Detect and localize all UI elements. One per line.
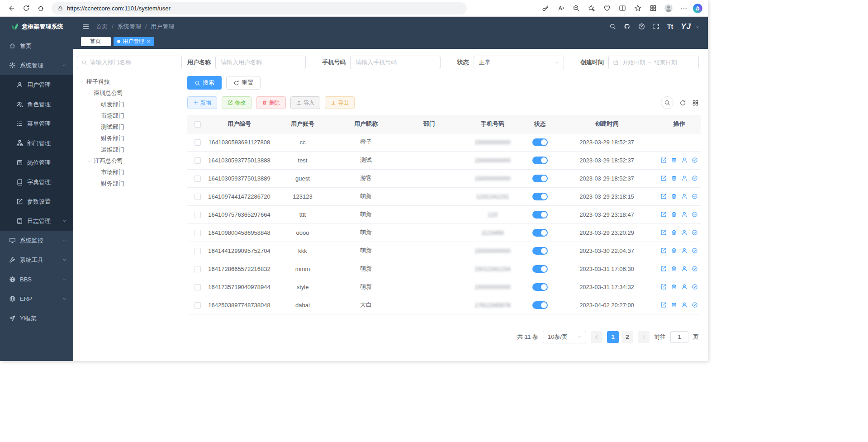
reset-password-icon[interactable]: [681, 157, 688, 163]
tree-caret-icon[interactable]: [87, 91, 91, 95]
assign-role-icon[interactable]: [692, 284, 698, 290]
delete-row-icon[interactable]: [671, 302, 677, 308]
font-size-icon[interactable]: Tt: [667, 23, 673, 30]
split-screen-icon[interactable]: [616, 2, 629, 14]
reset-password-icon[interactable]: [681, 284, 688, 290]
favorites-icon[interactable]: [631, 2, 644, 14]
sidebar-item[interactable]: BBS: [0, 270, 73, 289]
date-range-picker[interactable]: 开始日期 - 结束日期: [608, 56, 699, 69]
sidebar-item[interactable]: 字典管理: [0, 172, 73, 192]
prev-page-button[interactable]: [591, 331, 602, 343]
assign-role-icon[interactable]: [692, 247, 698, 254]
tree-node[interactable]: 研发部门: [77, 99, 182, 110]
row-checkbox[interactable]: [194, 284, 201, 290]
status-toggle[interactable]: [532, 301, 548, 309]
tree-node[interactable]: 测试部门: [77, 121, 182, 133]
tree-node[interactable]: 运维部门: [77, 144, 182, 155]
tree-node[interactable]: 江西总公司: [77, 155, 182, 166]
row-checkbox[interactable]: [194, 176, 201, 182]
navbar-search-icon[interactable]: [609, 23, 616, 30]
fullscreen-icon[interactable]: [653, 23, 659, 30]
sidebar-item[interactable]: 用户管理: [0, 75, 73, 95]
import-button[interactable]: 导入: [290, 96, 320, 109]
edit-row-icon[interactable]: [660, 302, 667, 308]
home-button-icon[interactable]: [34, 2, 47, 14]
dept-search-input[interactable]: 请输入部门名称: [77, 56, 182, 69]
copilot-icon[interactable]: b: [693, 4, 702, 13]
edit-row-icon[interactable]: [660, 266, 667, 272]
toggle-search-icon[interactable]: [661, 96, 674, 109]
breadcrumb-item[interactable]: 用户管理: [151, 23, 174, 31]
tree-node[interactable]: 深圳总公司: [77, 87, 182, 99]
select-all-checkbox[interactable]: [194, 121, 201, 128]
tree-node[interactable]: 橙子科技: [77, 76, 182, 87]
row-checkbox[interactable]: [194, 230, 201, 236]
row-checkbox[interactable]: [194, 157, 201, 164]
page-number-button[interactable]: 2: [621, 331, 633, 343]
sidebar-item[interactable]: 系统管理: [0, 56, 73, 75]
row-checkbox[interactable]: [194, 139, 201, 146]
status-toggle[interactable]: [532, 211, 548, 219]
browser-essentials-icon[interactable]: [601, 2, 613, 14]
page-number-button[interactable]: 1: [607, 331, 619, 343]
edit-row-icon[interactable]: [660, 193, 667, 200]
url-bar[interactable]: https://ccnetcore.com:1101/system/user: [52, 2, 467, 14]
reset-password-icon[interactable]: [681, 247, 688, 254]
collapse-sidebar-icon[interactable]: [82, 23, 90, 30]
sidebar-item[interactable]: ERP: [0, 289, 73, 309]
delete-row-icon[interactable]: [671, 284, 677, 290]
delete-row-icon[interactable]: [671, 175, 677, 181]
sidebar-item[interactable]: 部门管理: [0, 133, 73, 153]
collections-icon[interactable]: [647, 2, 659, 14]
reset-password-icon[interactable]: [681, 302, 688, 308]
edit-row-icon[interactable]: [660, 211, 667, 218]
edit-row-icon[interactable]: [660, 157, 667, 163]
reset-password-icon[interactable]: [681, 211, 688, 218]
edit-row-icon[interactable]: [660, 229, 667, 236]
close-tab-icon[interactable]: [147, 39, 151, 43]
column-settings-icon[interactable]: [692, 100, 699, 106]
docs-question-icon[interactable]: [638, 23, 645, 30]
status-toggle[interactable]: [532, 138, 548, 146]
reset-password-icon[interactable]: [681, 175, 688, 181]
assign-role-icon[interactable]: [692, 229, 698, 236]
back-icon[interactable]: [5, 2, 18, 14]
tree-node[interactable]: 市场部门: [77, 110, 182, 121]
row-checkbox[interactable]: [194, 302, 201, 309]
zoom-out-icon[interactable]: [570, 2, 583, 14]
tree-node[interactable]: 财务部门: [77, 133, 182, 144]
assign-role-icon[interactable]: [692, 302, 698, 308]
add-button[interactable]: 新增: [187, 96, 217, 109]
assign-role-icon[interactable]: [692, 157, 698, 163]
edit-row-icon[interactable]: [660, 284, 667, 290]
breadcrumb-item[interactable]: 首页: [96, 23, 108, 31]
sidebar-item[interactable]: 系统工具: [0, 250, 73, 270]
browser-more-icon[interactable]: [678, 2, 690, 14]
status-toggle[interactable]: [532, 175, 548, 182]
reset-password-icon[interactable]: [681, 193, 688, 200]
edit-row-icon[interactable]: [660, 175, 667, 181]
reset-password-icon[interactable]: [681, 266, 688, 272]
row-checkbox[interactable]: [194, 248, 201, 254]
status-toggle[interactable]: [532, 157, 548, 164]
password-key-icon[interactable]: [539, 2, 552, 14]
page-tab[interactable]: 用户管理: [114, 37, 154, 46]
reset-button[interactable]: 重置: [226, 76, 261, 90]
sidebar-item[interactable]: 系统监控: [0, 231, 73, 250]
tree-caret-icon[interactable]: [80, 80, 84, 84]
edit-row-icon[interactable]: [660, 247, 667, 254]
user-avatar[interactable]: YJ: [681, 22, 691, 31]
sidebar-item[interactable]: 首页: [0, 36, 73, 56]
delete-button[interactable]: 删除: [256, 96, 286, 109]
breadcrumb-item[interactable]: 系统管理: [118, 23, 141, 31]
sidebar-item[interactable]: 角色管理: [0, 95, 73, 114]
row-checkbox[interactable]: [194, 212, 201, 218]
refresh-page-icon[interactable]: [20, 2, 33, 14]
status-toggle[interactable]: [532, 247, 548, 255]
avatar-caret-icon[interactable]: [695, 25, 700, 31]
status-toggle[interactable]: [532, 193, 548, 200]
delete-row-icon[interactable]: [671, 266, 677, 272]
status-toggle[interactable]: [532, 283, 548, 291]
delete-row-icon[interactable]: [671, 193, 677, 200]
tree-caret-icon[interactable]: [87, 159, 91, 163]
